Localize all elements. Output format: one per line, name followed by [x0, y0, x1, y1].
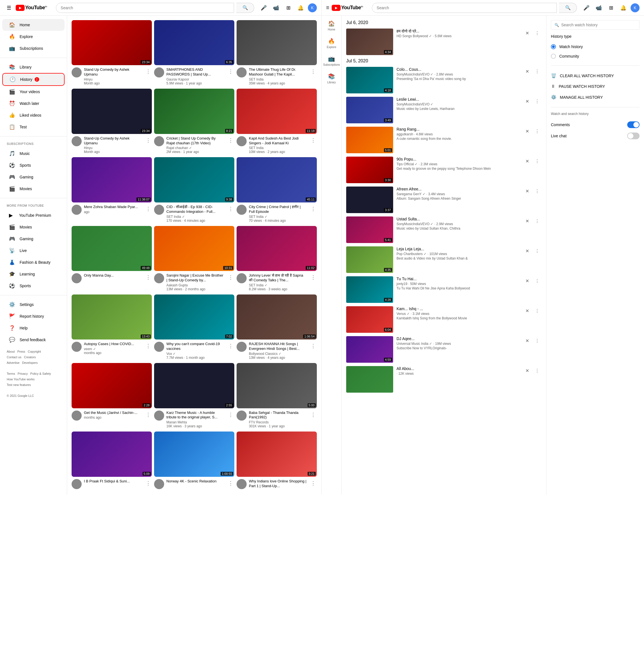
video-more-btn[interactable]: ⋮ — [145, 342, 152, 355]
avatar-right[interactable]: K — [630, 3, 640, 12]
live-chat-toggle[interactable] — [627, 132, 640, 139]
history-remove-btn[interactable]: ✕ — [523, 127, 531, 136]
search-input-right[interactable] — [372, 6, 556, 10]
mic-icon-right[interactable]: 🎤 — [581, 3, 591, 13]
sidebar-item-premium[interactable]: ▶ YouTube Premium — [2, 210, 65, 221]
history-remove-btn[interactable]: ✕ — [523, 366, 531, 375]
video-card[interactable]: 6:35 SMARTPHONES AND PASSWORDS | Stand U… — [154, 20, 234, 87]
wh-search-input[interactable] — [561, 23, 636, 27]
hamburger-menu-left[interactable]: ☰ — [4, 2, 14, 13]
video-more-btn[interactable]: ⋮ — [309, 205, 317, 223]
history-more-btn[interactable]: ⋮ — [533, 366, 542, 375]
search-button-right[interactable]: 🔍 — [559, 3, 577, 13]
search-input-left[interactable] — [56, 6, 234, 10]
history-remove-btn[interactable]: ✕ — [523, 306, 531, 315]
sidebar-item-music[interactable]: 🎵 Music — [2, 148, 65, 160]
sidebar-item-movies2[interactable]: 🎬 Movies — [2, 221, 65, 233]
grid-icon-left[interactable]: ⊞ — [283, 3, 293, 13]
sidebar-item-movies[interactable]: 🎬 Movies — [2, 183, 65, 195]
rs-item-home[interactable]: 🏠 Home — [322, 18, 342, 33]
manage-history-btn[interactable]: ⚙️ MANAGE ALL HISTORY — [551, 92, 640, 103]
search-button-left[interactable]: 🔍 — [236, 3, 254, 13]
wh-option-watch-history[interactable]: Watch history — [551, 42, 640, 51]
history-item[interactable]: 4:28 Tu Tu Hai... jonty19 · 50M views Tu… — [346, 276, 542, 303]
mic-icon-left[interactable]: 🎤 — [259, 3, 269, 13]
history-more-btn[interactable]: ⋮ — [533, 67, 542, 76]
history-more-btn[interactable]: ⋮ — [533, 336, 542, 345]
history-item[interactable]: 3:37 Afreen Afree... Saregama GenY ✓ · 3… — [346, 187, 542, 213]
video-card[interactable]: 11:02 Johnny Lever से हाथ हो रही है Sapn… — [237, 226, 317, 292]
video-more-btn[interactable]: ⋮ — [227, 205, 234, 223]
search-bar-left[interactable] — [56, 3, 234, 13]
history-more-btn[interactable]: ⋮ — [533, 276, 542, 285]
video-more-btn[interactable]: ⋮ — [227, 479, 234, 489]
comments-toggle[interactable] — [627, 121, 640, 128]
video-card[interactable]: 11:38:07 Mere Zohra Shaban Wade Pyar... … — [72, 157, 152, 223]
clear-watch-history-btn[interactable]: 🗑️ CLEAR ALL WATCH HISTORY — [551, 70, 640, 81]
history-more-btn[interactable]: ⋮ — [533, 306, 542, 315]
video-more-btn[interactable]: ⋮ — [227, 273, 234, 291]
grid-icon-right[interactable]: ⊞ — [606, 3, 616, 13]
history-remove-btn[interactable]: ✕ — [523, 336, 531, 345]
sidebar-item-learning[interactable]: 🎓 Learning — [2, 268, 65, 280]
history-more-btn[interactable]: ⋮ — [533, 246, 542, 255]
sidebar-item-settings[interactable]: ⚙️ Settings — [2, 299, 65, 310]
video-card[interactable]: 2:55 Karz Theme Music - A humble tribute… — [154, 363, 234, 429]
bell-icon-right[interactable]: 🔔 — [618, 3, 628, 13]
video-card[interactable]: 49:48 Only Manna Day... ⋮ — [72, 226, 152, 292]
sidebar-item-your-videos[interactable]: 🎬 Your videos — [2, 86, 65, 98]
sidebar-item-gaming2[interactable]: 🎮 Gaming — [2, 233, 65, 245]
rs-item-library[interactable]: 📚 Library — [322, 71, 342, 86]
history-more-btn[interactable]: ⋮ — [533, 187, 542, 195]
video-more-btn[interactable]: ⋮ — [227, 136, 234, 154]
video-card[interactable]: 2:28 Get the Music (Janhvi / Sachin-... … — [72, 363, 152, 429]
video-icon-right[interactable]: 📹 — [594, 3, 604, 13]
video-card[interactable]: 7:02 Why you can't compare Covid-19 vacc… — [154, 294, 234, 361]
sidebar-item-sports[interactable]: ⚽ Sports — [2, 160, 65, 171]
video-card[interactable]: 1:00:55 Norway 4K - Scenic Relaxation ⋮ — [154, 432, 234, 490]
sidebar-item-gaming[interactable]: 🎮 Gaming — [2, 171, 65, 183]
video-more-btn[interactable]: ⋮ — [145, 273, 152, 283]
history-remove-btn[interactable]: ✕ — [523, 216, 531, 225]
sidebar-item-help[interactable]: ❓ Help — [2, 322, 65, 334]
video-card[interactable]: 9:38 CID - सीआईडी - Ep 938 - CID-Command… — [154, 157, 234, 223]
rs-item-explore[interactable]: 🔥 Explore — [322, 35, 342, 51]
history-item[interactable]: 5:01 Rang Rang... aggutkarsh · 4.6M view… — [346, 127, 542, 153]
sidebar-item-live[interactable]: 📡 Live — [2, 245, 65, 257]
video-card[interactable]: 1:06:54 RAJESH KHANNA Hit Songs | Evergr… — [237, 294, 317, 361]
video-more-btn[interactable]: ⋮ — [309, 273, 317, 291]
video-more-btn[interactable]: ⋮ — [145, 479, 152, 489]
avatar-left[interactable]: K — [308, 3, 317, 12]
history-remove-btn[interactable]: ✕ — [523, 246, 531, 255]
video-more-btn[interactable]: ⋮ — [227, 67, 234, 85]
video-more-btn[interactable]: ⋮ — [145, 67, 152, 85]
rs-item-subscriptions[interactable]: 📺 Subscriptions — [322, 53, 342, 69]
video-card[interactable]: 10:31 Sarojini Nagar | Excuse Me Brother… — [154, 226, 234, 292]
history-more-btn[interactable]: ⋮ — [533, 97, 542, 106]
video-card[interactable]: 5:00 Baba Sehgal - Thanda Thanda Pani(19… — [237, 363, 317, 429]
bell-icon-left[interactable]: 🔔 — [296, 3, 306, 13]
logo-left[interactable]: YouTubeIN — [16, 5, 47, 11]
history-remove-btn[interactable]: ✕ — [523, 276, 531, 285]
video-more-btn[interactable]: ⋮ — [309, 67, 317, 85]
history-item[interactable]: 4:34 हम दोनो दो प्रे... HD Songs Bollywo… — [346, 28, 542, 55]
video-card[interactable]: 3:21 Why Indians love Online Shopping | … — [237, 432, 317, 490]
video-card[interactable]: The Ultimate Thug Life Of Dr. Mashoor Gu… — [237, 20, 317, 87]
history-item[interactable]: 4:18 Colo... Cous... SonyMusicIndiaVEVO … — [346, 67, 542, 93]
history-remove-btn[interactable]: ✕ — [523, 28, 531, 38]
video-card[interactable]: 5:09 I B Praak Ft Sidiqui & Suni... ⋮ — [72, 432, 152, 490]
history-item[interactable]: 3:49 Leslie Lewi... SonyMusicIndiaVEVO ✓… — [346, 97, 542, 123]
sidebar-item-home[interactable]: 🏠 Home — [2, 19, 65, 31]
sidebar-item-report[interactable]: 🚩 Report history — [2, 310, 65, 322]
video-more-btn[interactable]: ⋮ — [145, 205, 152, 215]
video-card[interactable]: 23:34 Stand Up Comedy by Ashek Upmanu Hi… — [72, 20, 152, 87]
sidebar-item-library[interactable]: 📚 Library — [2, 61, 65, 73]
history-remove-btn[interactable]: ✕ — [523, 67, 531, 76]
history-remove-btn[interactable]: ✕ — [523, 187, 531, 195]
wh-option-community[interactable]: Community — [551, 51, 640, 61]
video-more-btn[interactable]: ⋮ — [145, 411, 152, 420]
history-item[interactable]: 4:59 DJ Aqee... Universal Music India ✓ … — [346, 336, 542, 363]
hamburger-menu-right[interactable]: ☰ — [326, 6, 329, 10]
sidebar-item-watch-later[interactable]: ⏰ Watch later — [2, 98, 65, 110]
video-card[interactable]: 13:43 Autopsy Cases | How COVID... veem … — [72, 294, 152, 361]
